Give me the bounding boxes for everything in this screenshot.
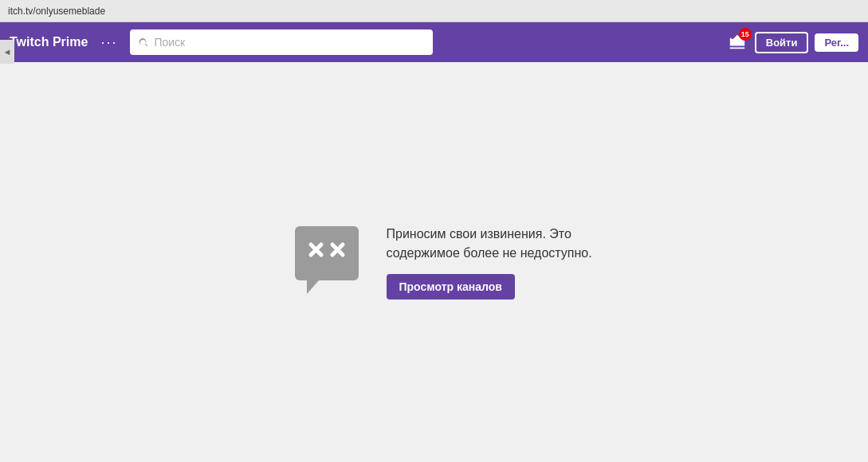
crown-wrapper[interactable]: 15 bbox=[726, 31, 748, 53]
more-options-button[interactable]: ··· bbox=[96, 31, 122, 54]
sidebar-arrow-icon: ◄ bbox=[3, 47, 12, 57]
svg-rect-0 bbox=[295, 226, 359, 280]
search-icon bbox=[138, 37, 149, 48]
navbar: Twitch Prime ··· 15 Войти Рег... bbox=[0, 22, 868, 62]
main-content: Приносим свои извинения. Это содержимое … bbox=[0, 62, 868, 462]
twitch-dead-icon bbox=[291, 222, 363, 302]
svg-marker-1 bbox=[307, 280, 319, 294]
notification-badge: 15 bbox=[739, 28, 752, 41]
search-input[interactable] bbox=[154, 36, 425, 49]
brand-logo[interactable]: Twitch Prime bbox=[10, 35, 88, 49]
nav-right: 15 Войти Рег... bbox=[726, 31, 858, 53]
login-button[interactable]: Войти bbox=[755, 32, 809, 53]
sidebar-toggle-button[interactable]: ◄ bbox=[0, 40, 14, 64]
search-container bbox=[130, 29, 433, 55]
error-message: Приносим свои извинения. Это содержимое … bbox=[387, 225, 610, 263]
browse-channels-button[interactable]: Просмотр каналов bbox=[387, 274, 515, 300]
error-container: Приносим свои извинения. Это содержимое … bbox=[291, 222, 610, 302]
browser-bar: itch.tv/onlyusemeblade bbox=[0, 0, 868, 22]
error-text-block: Приносим свои извинения. Это содержимое … bbox=[387, 225, 610, 300]
register-button[interactable]: Рег... bbox=[815, 33, 858, 52]
browser-url: itch.tv/onlyusemeblade bbox=[8, 6, 105, 17]
